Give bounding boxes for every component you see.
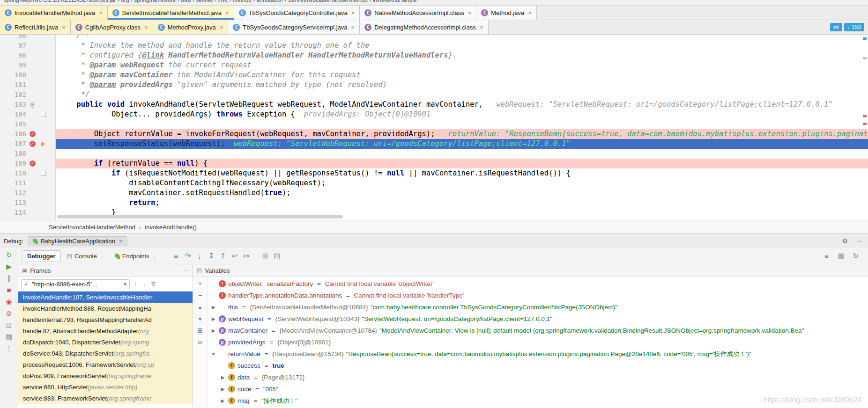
code-line-text[interactable]: * Invoke the method and handle the retur… [56, 41, 868, 51]
debug-tab-endpoints[interactable]: Endpoints→ [110, 251, 162, 262]
close-icon[interactable]: × [225, 9, 229, 16]
frame-row[interactable]: invokeHandlerMethod:888, RequestMappingH… [18, 303, 193, 314]
drop-frame-icon[interactable]: ↩ [229, 252, 241, 260]
breadcrumb-method[interactable]: invokeAndHandle() [145, 224, 197, 231]
code-line-text[interactable]: mavContainer.setRequestHandled(true); [56, 188, 868, 198]
code-line[interactable]: 101 * @param providedArgs "given" argume… [0, 80, 868, 90]
layout-settings-icon[interactable]: ▦ [6, 333, 12, 340]
variable-row[interactable]: !objectWriter._serializerFactory = Canno… [208, 278, 868, 290]
debug-session-tab[interactable]: BabyHealthCareApplication × [28, 236, 127, 246]
code-line[interactable]: 103@ public void invokeAndHandle(Servlet… [0, 100, 868, 109]
code-line[interactable]: 98 * configured {@link HandlerMethodRetu… [0, 51, 868, 60]
code-line-text[interactable]: return; [56, 198, 868, 208]
line-number[interactable]: 106 [0, 129, 26, 139]
stripe-mark-gray[interactable] [863, 57, 867, 59]
editor-tab[interactable]: CCglibAopProxy.class× [71, 20, 153, 34]
editor-gutter[interactable]: 113 [0, 198, 56, 208]
code-line[interactable]: 111 disableContentCachingIfNecessary(web… [0, 178, 868, 188]
frame-row[interactable]: doDispatch:1040, DispatcherServlet (org.… [18, 336, 193, 348]
close-icon[interactable]: × [528, 9, 532, 16]
more-icon[interactable]: ⋯ [183, 267, 189, 274]
editor-tab[interactable]: CInvocableHandlerMethod.java× [0, 6, 108, 20]
close-icon[interactable]: × [468, 9, 472, 16]
line-number[interactable]: 103 [0, 100, 26, 109]
line-number[interactable]: 111 [0, 178, 26, 188]
collapse-icon[interactable]: ▼ [210, 351, 216, 357]
code-line[interactable]: 113 return; [0, 198, 868, 208]
breakpoint-icon[interactable]: ✓ [30, 160, 36, 167]
evaluate-expression-icon[interactable]: ⊞ [260, 252, 271, 260]
close-icon[interactable]: × [119, 238, 123, 245]
step-out-icon[interactable]: ↥ [217, 252, 229, 260]
fold-icon[interactable] [41, 112, 46, 117]
fold-icon[interactable] [41, 171, 46, 176]
code-line-text[interactable]: if (returnValue == null) { [56, 159, 868, 168]
editor-gutter[interactable]: 100 [0, 70, 56, 80]
restore-layout-icon[interactable]: ↻ [850, 252, 861, 260]
code-line-text[interactable]: * @param webRequest the current request [56, 60, 868, 70]
close-icon[interactable]: × [144, 24, 148, 31]
stripe-mark-red-1[interactable] [863, 115, 867, 117]
editor-gutter[interactable]: 114 [0, 208, 56, 218]
file-path-breadcrumb-bar[interactable]: spring-webmvc-5.2.13.RELEASE-sources.jar… [0, 0, 868, 6]
breakpoint-icon[interactable]: ✓ [30, 141, 36, 147]
line-number[interactable]: 99 [0, 60, 26, 70]
close-icon[interactable]: × [62, 24, 66, 31]
frame-row[interactable]: processRequest:1006, FrameworkServlet (o… [18, 359, 193, 370]
move-down-icon[interactable]: ▾ [198, 315, 201, 322]
line-number[interactable]: 101 [0, 80, 26, 90]
rerun-icon[interactable]: ↻ [6, 251, 12, 258]
close-icon[interactable]: × [351, 9, 355, 16]
close-icon[interactable]: × [480, 24, 483, 31]
code-line[interactable]: 110 if (isRequestNotModified(webRequest)… [0, 168, 868, 178]
code-editor[interactable]: 96 /**97 * Invoke the method and handle … [0, 35, 868, 220]
editor-gutter[interactable]: 107✓ [0, 139, 56, 149]
stripe-mark-blue[interactable] [863, 37, 867, 40]
code-line[interactable]: 107✓ setResponseStatus(webRequest); webR… [0, 139, 868, 149]
filter-frames-icon[interactable]: ∇ [150, 281, 157, 288]
variable-row[interactable]: ▶fdata = {Page@13172} [208, 372, 868, 383]
variable-row[interactable]: ▶pwebRequest = {ServletWebRequest@10343}… [208, 313, 868, 325]
editor-gutter[interactable]: 99 [0, 60, 56, 70]
frame-row[interactable]: handle:87, AbstractHandlerMethodAdapter … [18, 325, 193, 336]
editor-tab[interactable]: CTbSysGoodsCategoryController.java× [234, 6, 360, 20]
editor-tab[interactable]: CDelegatingMethodAccessorImpl.class× [360, 20, 488, 34]
code-line-text[interactable]: disableContentCachingIfNecessary(webRequ… [56, 178, 868, 188]
editor-gutter[interactable]: 112 [0, 188, 56, 198]
code-line[interactable]: 104 Object... providedArgs) throws Excep… [0, 109, 868, 119]
remove-watch-icon[interactable]: − [198, 292, 202, 299]
code-line-text[interactable] [56, 119, 868, 129]
layout-columns-icon[interactable]: ▥ [835, 252, 847, 260]
view-breakpoints-icon[interactable]: ◉ [6, 298, 12, 305]
close-icon[interactable]: × [351, 24, 355, 31]
line-number[interactable]: 108 [0, 149, 26, 159]
variable-row[interactable]: ▶this = {ServletInvocableHandlerMethod@1… [208, 301, 868, 313]
code-line-text[interactable] [56, 149, 868, 159]
line-number[interactable]: 110 [0, 168, 26, 178]
move-up-icon[interactable]: ▴ [198, 304, 201, 310]
expand-icon[interactable]: ▶ [220, 375, 226, 380]
pause-icon[interactable]: ∥ [7, 275, 11, 282]
editor-gutter[interactable]: 111 [0, 178, 56, 188]
frame-row[interactable]: invokeAndHandle:107, ServletInvocableHan… [18, 291, 193, 303]
code-line[interactable]: 106✓ Object returnValue = invokeForReque… [0, 129, 868, 139]
line-number[interactable]: 100 [0, 70, 26, 80]
code-line-text[interactable]: * @param providedArgs "given" arguments … [56, 80, 868, 90]
layout-rows-icon[interactable]: ≡ [821, 252, 832, 260]
line-number[interactable]: 98 [0, 51, 26, 60]
frame-row[interactable]: doPost:909, FrameworkServlet (org.spring… [18, 370, 193, 381]
line-number[interactable]: 114 [0, 208, 26, 218]
evaluate-icon[interactable]: ∞ [198, 339, 202, 345]
code-line[interactable]: 97 * Invoke the method and handle the re… [0, 41, 868, 51]
line-number[interactable]: 102 [0, 90, 26, 100]
error-stripe[interactable] [862, 35, 868, 220]
debug-tab-console[interactable]: ▤Console→ [62, 251, 109, 262]
run-to-cursor-icon[interactable]: ↦ [241, 252, 252, 260]
editor-gutter[interactable]: 101 [0, 80, 56, 90]
editor-gutter[interactable]: 102 [0, 90, 56, 100]
editor-tab[interactable]: CMethod.java× [476, 6, 536, 20]
code-line[interactable]: 102 */ [0, 90, 868, 100]
editor-tab[interactable]: CNativeMethodAccessorImpl.class× [360, 6, 476, 20]
line-number[interactable]: 96 [0, 35, 26, 41]
code-line-text[interactable]: /** [56, 35, 868, 41]
